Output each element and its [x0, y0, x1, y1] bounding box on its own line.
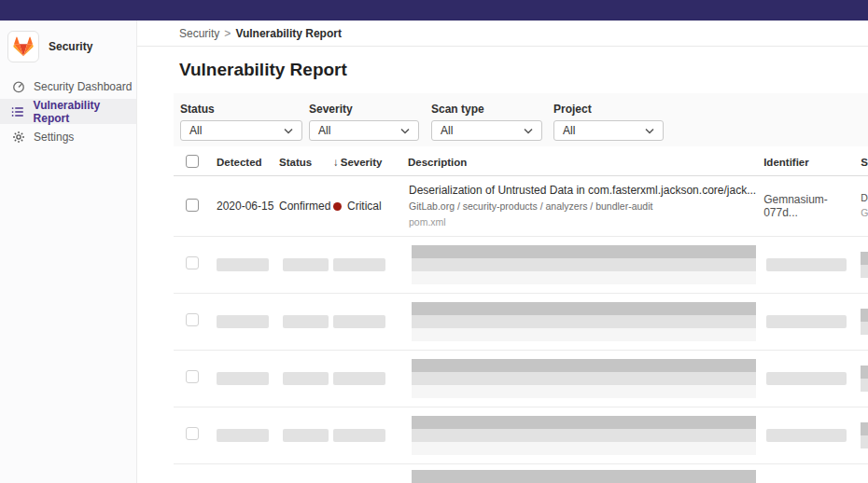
sidebar-logo-row: Security [0, 21, 136, 74]
status-dropdown[interactable]: All [180, 120, 302, 141]
identifier-cell: Gemnasium-077d... [763, 193, 853, 219]
sidebar-title: Security [49, 40, 92, 53]
gauge-icon [11, 80, 25, 93]
filter-project: Project All [553, 103, 664, 146]
severity-dropdown[interactable]: All [309, 120, 419, 141]
sidebar: Security Security Dashboard Vulnerabilit… [0, 21, 137, 483]
scan-type-dropdown[interactable]: All [431, 120, 542, 141]
title-row: Vulnerability Report [179, 54, 868, 86]
description-cell: Deserialization of Untrusted Data in com… [408, 184, 763, 228]
filter-severity: Severity All [309, 103, 419, 146]
page-layout: Security Security Dashboard Vulnerabilit… [0, 21, 868, 483]
breadcrumb-parent-link[interactable]: Security [179, 27, 219, 40]
loading-skeleton-row-partial [174, 464, 868, 483]
dropdown-value: All [441, 124, 453, 137]
loading-skeleton-row [174, 407, 868, 464]
select-all-checkbox[interactable] [186, 155, 199, 168]
column-header-identifier[interactable]: Identifier [763, 157, 853, 168]
breadcrumb-separator: > [224, 27, 231, 40]
filter-label: Status [180, 103, 302, 116]
table-header-row: Detected Status ↓Severity Description Id… [174, 149, 868, 176]
sidebar-item-settings[interactable]: Settings [0, 124, 136, 149]
file-path: pom.xml [409, 216, 756, 228]
column-header-scan-type[interactable]: Scan type [853, 156, 868, 170]
scanner-vendor-label: Gitlab [861, 207, 868, 220]
main-content: Security > Vulnerability Report Vulnerab… [137, 21, 868, 483]
list-icon [11, 105, 25, 118]
chevron-down-icon [400, 128, 410, 134]
project-dropdown[interactable]: All [553, 120, 664, 141]
row-checkbox [186, 370, 199, 383]
breadcrumb-current: Vulnerability Report [235, 27, 342, 40]
chevron-down-icon [524, 128, 533, 134]
sort-descending-icon: ↓ [333, 157, 339, 168]
dropdown-value: All [318, 124, 330, 137]
sidebar-item-security-dashboard[interactable]: Security Dashboard [0, 74, 136, 99]
project-path: GitLab.org / security-products / analyze… [409, 200, 756, 213]
page-title: Vulnerability Report [179, 60, 347, 80]
sidebar-item-vulnerability-report[interactable]: Vulnerability Report [0, 99, 136, 124]
column-header-status[interactable]: Status [279, 157, 333, 168]
chevron-down-icon [645, 128, 654, 134]
sidebar-item-label: Settings [34, 131, 74, 144]
row-checkbox [186, 313, 199, 326]
row-checkbox [186, 256, 199, 269]
vulnerability-link[interactable]: Deserialization of Untrusted Data in com… [409, 184, 756, 198]
sidebar-item-label: Vulnerability Report [34, 99, 136, 125]
severity-cell: Critical [333, 200, 408, 213]
dropdown-value: All [189, 124, 202, 137]
loading-skeleton-row [174, 351, 868, 407]
gitlab-tanuki-icon [13, 36, 34, 57]
filter-label: Severity [309, 103, 419, 116]
dropdown-value: All [563, 124, 575, 137]
filter-label: Project [553, 103, 664, 116]
top-navbar [0, 0, 868, 21]
column-header-description[interactable]: Description [408, 157, 763, 168]
scan-type-label: Dependency [861, 192, 868, 205]
loading-skeleton-row [174, 294, 868, 351]
severity-label: Critical [347, 200, 382, 213]
gear-icon [11, 131, 25, 144]
filter-label: Scan type [431, 103, 542, 116]
scan-type-cell: Dependency Gitlab [853, 192, 868, 219]
status-cell: Confirmed [279, 200, 333, 213]
column-header-severity[interactable]: ↓Severity [333, 157, 408, 168]
detected-cell: 2020-06-15 [217, 200, 279, 213]
gitlab-logo[interactable] [7, 31, 39, 62]
breadcrumb: Security > Vulnerability Report [137, 21, 868, 47]
loading-skeleton-row [174, 237, 868, 294]
row-checkbox [186, 427, 199, 440]
column-header-detected[interactable]: Detected [217, 157, 279, 168]
filter-scan-type: Scan type All [431, 103, 542, 146]
chevron-down-icon [284, 128, 293, 134]
vulnerability-table: Detected Status ↓Severity Description Id… [174, 149, 868, 483]
sidebar-item-label: Security Dashboard [34, 80, 132, 93]
table-row[interactable]: 2020-06-15 Confirmed Critical Deserializ… [174, 176, 868, 237]
filter-status: Status All [180, 103, 302, 146]
critical-severity-icon [333, 202, 342, 211]
filters-bar: Status All Severity All Scan type All [174, 93, 868, 146]
row-checkbox[interactable] [186, 199, 199, 212]
